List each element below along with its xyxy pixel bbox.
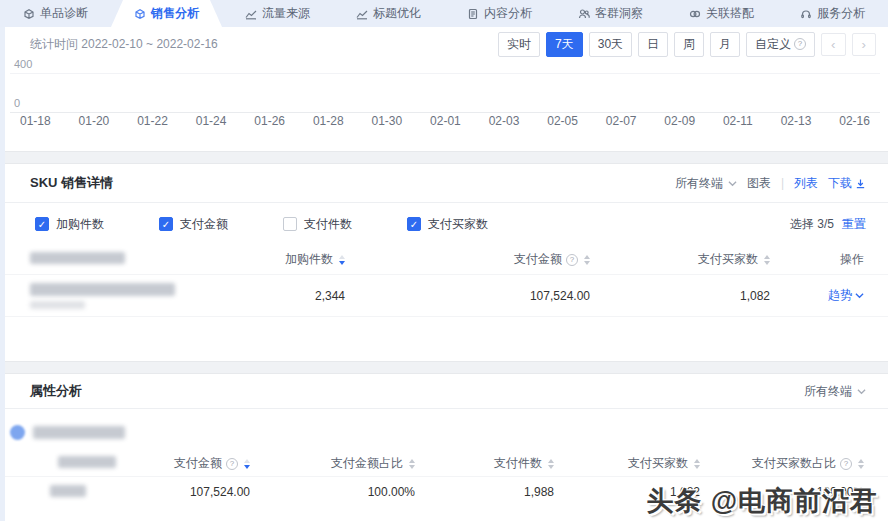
x-axis-labels: 01-18 01-20 01-22 01-24 01-26 01-28 01-3… [20, 114, 870, 128]
attr-header-pay-items[interactable]: 支付件数 [494, 455, 554, 472]
prev-period-button[interactable]: ‹ [821, 33, 845, 56]
blurred-attribute-name [33, 426, 125, 439]
range-realtime-button[interactable]: 实时 [498, 32, 540, 57]
x-tick: 01-20 [79, 114, 110, 128]
sort-desc-icon[interactable] [339, 255, 345, 265]
view-chart-toggle[interactable]: 图表 [747, 175, 771, 192]
tab-label: 流量来源 [262, 5, 310, 22]
attr-header-pay-buyers[interactable]: 支付买家数 [628, 455, 700, 472]
x-axis-line [10, 112, 880, 113]
sort-icon[interactable] [409, 459, 415, 469]
blurred-attr-value [50, 485, 86, 497]
x-tick: 02-13 [781, 114, 812, 128]
tab-product-diagnosis[interactable]: 单品诊断 [0, 0, 111, 27]
blurred-attr-column-header [58, 456, 116, 468]
info-icon[interactable] [226, 458, 238, 470]
stat-toolbar: 统计时间 2022-02-10 ~ 2022-02-16 实时 7天 30天 日… [0, 27, 888, 57]
sku-header-pay-amount[interactable]: 支付金额 [514, 251, 590, 268]
sku-cell-pay-amount: 107,524.00 [530, 289, 590, 303]
x-tick: 02-01 [430, 114, 461, 128]
sku-header-action: 操作 [840, 251, 864, 268]
range-custom-button[interactable]: 自定义 [746, 32, 815, 57]
tab-traffic-source[interactable]: 流量来源 [222, 0, 333, 27]
metric-checkbox-row: 加购件数 支付金额 支付件数 支付买家数 选择 3/5 重置 [0, 203, 888, 245]
range-30d-button[interactable]: 30天 [589, 32, 632, 57]
tab-audience-insight[interactable]: 客群洞察 [555, 0, 666, 27]
sku-table-row: 2,344 107,524.00 1,082 趋势 [0, 275, 888, 317]
info-icon[interactable] [566, 254, 578, 266]
tab-label: 销售分析 [151, 5, 199, 22]
terminal-filter-dropdown[interactable]: 所有终端 [804, 383, 866, 400]
x-tick: 02-16 [839, 114, 870, 128]
view-list-toggle[interactable]: 列表 [794, 175, 818, 192]
metric-pay-buyers-checkbox[interactable]: 支付买家数 [407, 216, 488, 233]
tab-content-analysis[interactable]: 内容分析 [444, 0, 555, 27]
tab-related-match[interactable]: 关联搭配 [666, 0, 777, 27]
sku-header-pay-buyers[interactable]: 支付买家数 [698, 251, 770, 268]
metric-pay-amount-checkbox[interactable]: 支付金额 [159, 216, 235, 233]
terminal-filter-dropdown[interactable]: 所有终端 [675, 175, 737, 192]
metric-pay-items-checkbox[interactable]: 支付件数 [283, 216, 359, 233]
sort-icon[interactable] [764, 255, 770, 265]
sort-icon[interactable] [584, 255, 590, 265]
y-axis-tick-400: 400 [14, 58, 32, 70]
tab-sales-analysis[interactable]: 销售分析 [111, 0, 222, 27]
chevron-down-icon [855, 291, 864, 300]
tab-service-analysis[interactable]: 服务分析 [777, 0, 888, 27]
metric-add-cart-checkbox[interactable]: 加购件数 [35, 216, 111, 233]
download-icon [855, 178, 866, 189]
tab-label: 客群洞察 [595, 5, 643, 22]
sort-icon[interactable] [694, 459, 700, 469]
top-tab-bar: 单品诊断 销售分析 流量来源 标题优化 内容分析 客群洞察 关联搭配 服务分析 [0, 0, 888, 27]
trend-line-chart: 400 0 01-18 01-20 01-22 01-24 01-26 01-2… [0, 57, 888, 151]
attr-header-pay-buyers-ratio[interactable]: 支付买家数占比 [752, 455, 864, 472]
x-tick: 02-03 [489, 114, 520, 128]
selection-counter: 选择 3/5 [790, 216, 834, 233]
download-button[interactable]: 下载 [828, 175, 866, 192]
next-period-button[interactable]: › [852, 33, 876, 56]
tab-label: 内容分析 [484, 5, 532, 22]
blurred-sku-column-header [30, 252, 125, 264]
trend-chart-icon [356, 8, 368, 20]
x-tick: 01-24 [196, 114, 227, 128]
sku-sales-section: SKU 销售详情 所有终端 图表 | 列表 下载 加购件数 支付金额 支付件数 [0, 164, 888, 361]
sku-section-controls: 所有终端 图表 | 列表 下载 [675, 175, 866, 192]
range-day-button[interactable]: 日 [638, 32, 668, 57]
sort-desc-icon[interactable] [244, 459, 250, 469]
stat-time-label: 统计时间 2022-02-10 ~ 2022-02-16 [30, 36, 218, 53]
tab-title-optimize[interactable]: 标题优化 [333, 0, 444, 27]
headset-icon [800, 8, 812, 20]
sort-icon[interactable] [548, 459, 554, 469]
sku-header-add-cart[interactable]: 加购件数 [285, 251, 345, 268]
reset-button[interactable]: 重置 [842, 216, 866, 233]
sort-icon[interactable] [858, 459, 864, 469]
attribute-tab-pill[interactable] [10, 419, 888, 445]
tab-label: 单品诊断 [40, 5, 88, 22]
sku-cell-pay-buyers: 1,082 [740, 289, 770, 303]
date-range-group: 实时 7天 30天 日 周 月 自定义 ‹ › [498, 32, 876, 57]
info-icon [794, 38, 806, 50]
chevron-down-icon [728, 179, 737, 188]
attr-section-title: 属性分析 [30, 382, 82, 400]
range-month-button[interactable]: 月 [710, 32, 740, 57]
selection-counter-group: 选择 3/5 重置 [790, 216, 866, 233]
x-tick: 02-05 [547, 114, 578, 128]
info-icon[interactable] [840, 458, 852, 470]
watermark: 头条 @电商前沿君 [646, 483, 878, 519]
range-week-button[interactable]: 周 [674, 32, 704, 57]
sales-box-icon [134, 8, 146, 20]
blurred-sku-name [30, 283, 175, 296]
range-7d-button[interactable]: 7天 [546, 32, 583, 57]
attr-header-pay-amount-ratio[interactable]: 支付金额占比 [331, 455, 415, 472]
trend-link[interactable]: 趋势 [828, 287, 864, 304]
document-icon [467, 8, 479, 20]
x-tick: 01-28 [313, 114, 344, 128]
attr-cell-pay-amount: 107,524.00 [190, 485, 250, 499]
section-divider [0, 361, 888, 374]
blurred-attribute-icon [10, 425, 25, 440]
attr-header-pay-amount[interactable]: 支付金额 [174, 455, 250, 472]
x-tick: 01-18 [20, 114, 51, 128]
link-icon [689, 8, 701, 20]
checkbox-icon [283, 217, 297, 231]
section-divider [0, 151, 888, 164]
